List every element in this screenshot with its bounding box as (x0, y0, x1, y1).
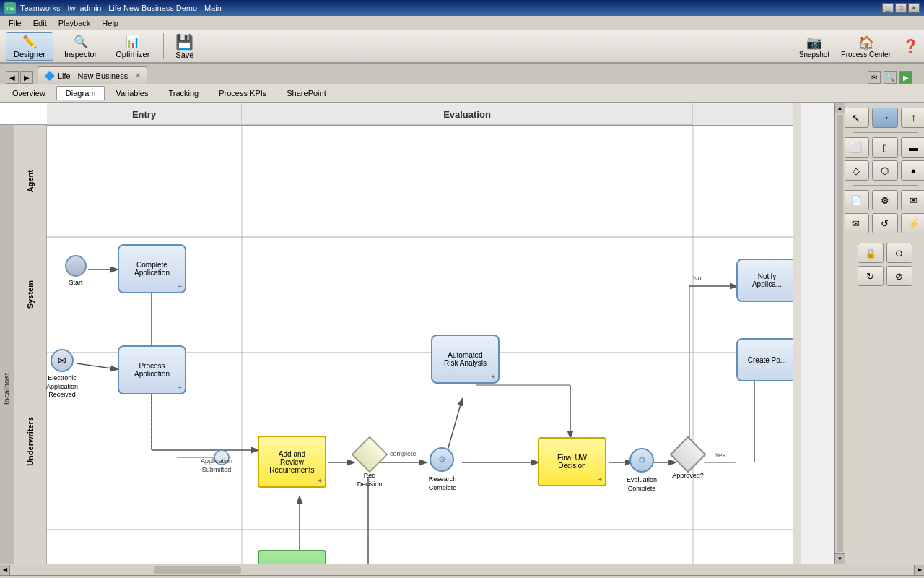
rp-special-row2: ↻ ⊘ (858, 266, 912, 286)
node-electronic-app-label: ElectronicApplicationReceived (40, 374, 84, 400)
scroll-up-btn[interactable]: ▲ (835, 103, 845, 113)
tab-nav-arrows[interactable]: ◀ ▶ (6, 71, 33, 84)
node-approved[interactable] (675, 441, 701, 467)
label-app-submitted: ApplicationSubmitted (191, 457, 242, 474)
teamworks-label: localhost (0, 125, 14, 564)
snapshot-icon: 📷 (806, 35, 822, 51)
diagram-area[interactable]: complete Yes (0, 103, 845, 564)
node-evaluation-complete[interactable]: ⚙ (629, 448, 654, 473)
svg-text:No: No (693, 275, 702, 282)
gear-tool[interactable]: ⚙ (872, 190, 898, 210)
optimizer-icon: 📊 (126, 35, 140, 48)
circle-tool[interactable]: ⬡ (872, 160, 898, 181)
title-bar: TW Teamworks - tw_admin - Life New Busin… (0, 0, 924, 16)
tab-next-arrow[interactable]: ▶ (20, 71, 33, 84)
node-create-po[interactable]: Create Po... (736, 338, 798, 381)
help-icon: ❓ (902, 38, 918, 54)
tab-prev-arrow[interactable]: ◀ (6, 71, 19, 84)
app-icon: TW (4, 2, 16, 14)
tab-sharepoint[interactable]: SharePoint (277, 86, 335, 100)
play-btn[interactable]: ▶ (899, 71, 912, 84)
node-req-decision[interactable] (357, 441, 383, 467)
right-panel: ↖ → ↑ ⬜ ▯ ▬ ◇ ⬡ ● 📄 ⚙ ✉ ✉ ↺ ⚡ (845, 103, 924, 564)
svg-line-27 (448, 400, 462, 450)
diagram-scroll[interactable]: complete Yes (0, 103, 845, 564)
node-complete-requirements[interactable]: CompleteRequirements ❚❚ + (258, 550, 326, 564)
node-process-application[interactable]: ProcessApplication + (118, 345, 186, 394)
node-add-review[interactable]: Add andReviewRequirements + (258, 436, 326, 488)
rp-event-row2: ✉ ↺ ⚡ (845, 213, 924, 233)
select-arrow-tool[interactable]: ↖ (845, 108, 869, 128)
swimlane-system: System (14, 237, 47, 353)
node-automated-risk[interactable]: AutomatedRisk Analysis + (431, 335, 500, 384)
scroll-down-btn[interactable]: ▼ (835, 553, 845, 564)
oval-tool[interactable]: ● (901, 160, 925, 181)
refresh-tool[interactable]: ↻ (858, 266, 884, 286)
diagram-canvas: complete Yes (0, 103, 801, 564)
save-button[interactable]: 💾 Save (170, 30, 199, 62)
loop-tool[interactable]: ↺ (872, 213, 898, 233)
move-arrow-tool[interactable]: ↑ (901, 108, 925, 128)
close-button[interactable]: ✕ (908, 3, 920, 13)
scroll-right-btn[interactable]: ▶ (914, 565, 924, 575)
stop-tool[interactable]: ⊘ (886, 266, 912, 286)
scroll-thumb-v[interactable] (837, 115, 843, 552)
wide-rect-tool[interactable]: ▬ (901, 137, 925, 158)
node-research-complete[interactable]: ⚙ (430, 447, 454, 472)
snapshot-button[interactable]: 📷 Snapshot (799, 35, 829, 59)
doc-tab-life[interactable]: 🔷 Life - New Business ✕ (38, 66, 147, 84)
rp-event-row1: 📄 ⚙ ✉ (845, 190, 924, 210)
scroll-thumb-h[interactable] (154, 566, 241, 574)
doc-tab-close[interactable]: ✕ (135, 72, 141, 79)
optimizer-button[interactable]: 📊 Optimizer (108, 32, 157, 61)
tab-tracking[interactable]: Tracking (159, 86, 208, 100)
envelope2-tool[interactable]: ✉ (845, 213, 869, 233)
column-entry: Entry (47, 103, 242, 125)
minimize-button[interactable]: _ (882, 3, 894, 13)
event-sub-tool[interactable]: ⚡ (901, 213, 925, 233)
special-tool[interactable]: ⊙ (886, 243, 912, 263)
tall-rect-tool[interactable]: ▯ (872, 137, 898, 158)
doc-tab-label: Life - New Business (58, 72, 128, 80)
designer-icon: ✏️ (22, 35, 37, 48)
bottom-scrollbar[interactable]: ◀ ▶ (0, 564, 924, 575)
window-controls[interactable]: _ □ ✕ (882, 3, 920, 13)
designer-button[interactable]: ✏️ Designer (6, 32, 53, 61)
label-evaluation-complete: EvaluationComplete (617, 476, 666, 493)
tab-process-kpis[interactable]: Process KPIs (209, 86, 276, 100)
node-final-uw-decision[interactable]: Final UWDecision + (538, 437, 606, 486)
cancel-tool[interactable]: 🔒 (858, 243, 884, 263)
inspector-icon: 🔍 (74, 35, 88, 48)
tab-diagram[interactable]: Diagram (56, 86, 105, 100)
envelope-tool[interactable]: ✉ (901, 190, 925, 210)
menu-playback[interactable]: Playback (53, 17, 97, 29)
view-btn-2[interactable]: 🔍 (884, 71, 897, 84)
rp-shape-row2: ◇ ⬡ ● (845, 160, 924, 181)
menu-help[interactable]: Help (96, 17, 124, 29)
help-button[interactable]: ❓ (902, 38, 918, 54)
scroll-left-btn[interactable]: ◀ (0, 565, 10, 575)
view-btn-1[interactable]: ✉ (868, 71, 881, 84)
inspector-button[interactable]: 🔍 Inspector (56, 32, 105, 61)
node-electronic-app[interactable]: ✉ (51, 349, 74, 372)
snapshot-label: Snapshot (799, 51, 829, 59)
menu-edit[interactable]: Edit (27, 17, 53, 29)
label-research-complete: ResearchComplete (417, 475, 468, 492)
doc-tool[interactable]: 📄 (845, 190, 869, 210)
menu-file[interactable]: File (3, 17, 27, 29)
diamond-tool[interactable]: ◇ (845, 160, 869, 181)
save-label: Save (175, 51, 193, 59)
tab-overview[interactable]: Overview (3, 86, 55, 100)
top-right-tools: 📷 Snapshot 🏠 Process Center ❓ (799, 35, 918, 59)
doc-tab-icon: 🔷 (44, 71, 55, 81)
rect-tool[interactable]: ⬜ (845, 137, 869, 158)
select-arrow2-tool[interactable]: → (872, 108, 898, 128)
vertical-scrollbar[interactable]: ▲ ▼ (834, 103, 845, 564)
node-notify-application[interactable]: NotifyApplica... (736, 259, 798, 302)
maximize-button[interactable]: □ (895, 3, 907, 13)
tab-variables[interactable]: Variables (106, 86, 157, 100)
node-complete-application[interactable]: CompleteApplication + (118, 244, 186, 293)
node-start[interactable] (65, 255, 87, 277)
inspector-label: Inspector (64, 50, 97, 59)
process-center-button[interactable]: 🏠 Process Center (841, 35, 891, 59)
